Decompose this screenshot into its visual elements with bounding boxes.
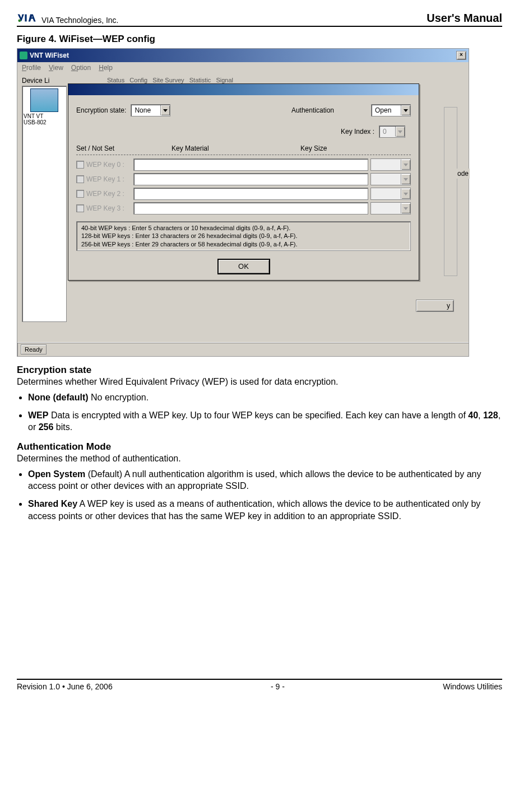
wep-key-0-checkbox	[76, 161, 84, 169]
dashed-divider	[76, 155, 411, 155]
bullet-open: Open System (Default) A null authenticat…	[28, 468, 502, 492]
statusbar: Ready	[17, 342, 469, 356]
window-title: VNT WiFiset	[30, 52, 69, 59]
encryption-state-value: None	[131, 106, 160, 114]
device-line2: USB-802	[22, 119, 66, 125]
encryption-state-desc: Determines whether Wired Equivalent Priv…	[17, 377, 502, 387]
bullet-none: None (default) No encryption.	[28, 391, 502, 404]
ok-button[interactable]: OK	[217, 259, 270, 274]
wep-config-dialog: Encryption state: None Authentication Op…	[68, 83, 419, 281]
chevron-down-icon[interactable]	[160, 105, 170, 115]
device-icon	[30, 88, 58, 112]
hint-line-3: 256-bit WEP keys : Enter 29 characters o…	[81, 240, 406, 248]
wep-key-1-input	[133, 173, 368, 185]
authentication-label: Authentication	[291, 106, 334, 114]
wep-key-3-size	[370, 202, 411, 214]
header-size: Key Size	[300, 144, 327, 152]
status-text: Ready	[21, 344, 47, 354]
wep-key-row-1: WEP Key 1 :	[76, 173, 411, 185]
page-footer: Revision 1.0 • June 6, 2006 - 9 - Window…	[17, 679, 502, 691]
partial-button-y[interactable]: y	[416, 300, 454, 312]
chevron-down-icon	[395, 127, 405, 137]
encryption-state-label: Encryption state:	[76, 106, 126, 114]
chevron-down-icon	[401, 189, 410, 199]
auth-bullets: Open System (Default) A null authenticat…	[28, 468, 502, 522]
dialog-titlebar	[68, 84, 419, 95]
footer-right: Windows Utilities	[443, 682, 502, 691]
menu-option[interactable]: Option	[71, 64, 91, 72]
header-set: Set / Not Set	[76, 144, 172, 152]
column-headers: Set / Not Set Key Material Key Size	[76, 144, 411, 152]
wep-key-0-label: WEP Key 0 :	[86, 161, 131, 169]
header-material: Key Material	[172, 144, 300, 152]
hint-line-2: 128-bit WEP keys : Enter 13 characters o…	[81, 232, 406, 240]
authentication-value: Open	[372, 106, 401, 114]
wep-key-3-input	[133, 202, 368, 214]
encryption-state-heading: Encryption state	[17, 365, 502, 376]
wep-key-2-checkbox	[76, 190, 84, 198]
footer-center: - 9 -	[271, 682, 285, 691]
chevron-down-icon	[401, 203, 410, 213]
wep-key-3-checkbox	[76, 204, 84, 212]
main-client-area: Device Li Status Config Site Survey Stat…	[17, 73, 469, 342]
key-index-label: Key Index :	[341, 128, 374, 136]
tabs-partial: Status Config Site Survey Statistic Sign…	[107, 77, 233, 83]
key-index-combo: 0	[379, 125, 405, 138]
hint-box: 40-bit WEP keys : Enter 5 characters or …	[76, 221, 411, 251]
figure-title: Figure 4. WiFiset—WEP config	[17, 34, 502, 45]
device-list[interactable]: VNT VT USB-802	[22, 86, 67, 322]
wep-key-3-label: WEP Key 3 :	[86, 204, 131, 212]
wep-key-row-2: WEP Key 2 :	[76, 188, 411, 200]
encryption-state-combo[interactable]: None	[131, 104, 170, 116]
wep-key-1-checkbox	[76, 175, 84, 183]
screenshot-window: VNT WiFiset × PProfilerofile View Option…	[17, 48, 469, 357]
via-logo-icon	[17, 11, 39, 25]
wep-key-row-0: WEP Key 0 :	[76, 158, 411, 171]
header-left: VIA Technologies, Inc.	[17, 11, 119, 25]
company-name: VIA Technologies, Inc.	[41, 16, 119, 25]
footer-left: Revision 1.0 • June 6, 2006	[17, 682, 113, 691]
device-line1: VNT VT	[22, 113, 66, 119]
bg-panel-edge	[444, 107, 457, 276]
authentication-mode-heading: Authentication Mode	[17, 441, 502, 452]
app-icon	[20, 52, 27, 59]
menu-profile[interactable]: PProfilerofile	[22, 64, 41, 72]
svg-point-1	[18, 19, 21, 22]
bullet-shared: Shared Key A WEP key is used as a means …	[28, 498, 502, 522]
wep-key-2-label: WEP Key 2 :	[86, 190, 131, 198]
bullet-wep: WEP Data is encrypted with a WEP key. Up…	[28, 409, 502, 433]
wep-key-1-label: WEP Key 1 :	[86, 175, 131, 183]
device-list-label: Device Li	[22, 77, 49, 85]
manual-title: User's Manual	[427, 12, 502, 25]
chevron-down-icon	[401, 174, 410, 184]
wep-key-2-input	[133, 188, 368, 200]
menu-view[interactable]: View	[49, 64, 63, 72]
authentication-combo[interactable]: Open	[371, 104, 411, 116]
chevron-down-icon	[401, 160, 410, 170]
menu-help[interactable]: Help	[99, 64, 113, 72]
wep-key-1-size	[370, 173, 411, 185]
window-titlebar: VNT WiFiset ×	[17, 49, 469, 62]
close-icon[interactable]: ×	[456, 51, 466, 60]
wep-key-row-3: WEP Key 3 :	[76, 202, 411, 214]
menubar: PProfilerofile View Option Help	[17, 62, 469, 73]
chevron-down-icon[interactable]	[401, 105, 410, 115]
wep-key-0-size	[370, 158, 411, 171]
page-header: VIA Technologies, Inc. User's Manual	[17, 11, 502, 27]
hint-line-1: 40-bit WEP keys : Enter 5 characters or …	[81, 224, 406, 232]
svg-rect-0	[25, 15, 26, 22]
partial-text-ode: ode	[456, 169, 470, 179]
wep-key-0-input	[133, 158, 368, 171]
authentication-mode-desc: Determines the method of authentication.	[17, 454, 502, 464]
encryption-bullets: None (default) No encryption. WEP Data i…	[28, 391, 502, 433]
key-index-value: 0	[379, 128, 395, 136]
wep-key-2-size	[370, 188, 411, 200]
